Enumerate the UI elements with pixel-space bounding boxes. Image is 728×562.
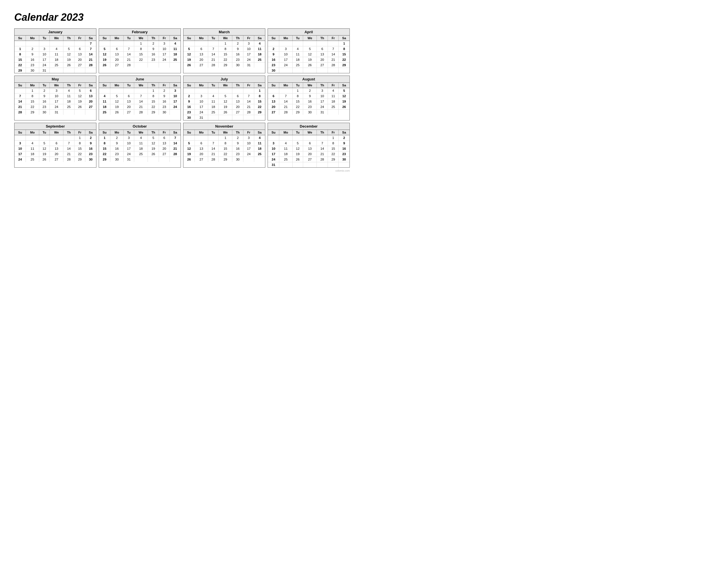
- day-cell: 23: [26, 63, 39, 68]
- month-table: SuMoTuWeThFrSa12345678910111213141516171…: [183, 36, 265, 68]
- table-row: 12131415161718: [183, 52, 265, 57]
- day-cell: 15: [219, 52, 232, 57]
- day-header-th: Th: [232, 130, 243, 135]
- day-header-tu: Tu: [123, 36, 134, 41]
- day-header-tu: Tu: [123, 130, 134, 135]
- day-cell: [254, 157, 265, 162]
- day-cell: 21: [279, 104, 292, 110]
- day-header-su: Su: [15, 83, 26, 88]
- day-cell: 12: [219, 99, 232, 104]
- day-cell: 2: [159, 88, 170, 94]
- day-cell: 6: [159, 135, 170, 141]
- day-cell: 8: [219, 46, 232, 52]
- day-cell: [268, 135, 279, 141]
- day-cell: 18: [292, 57, 303, 63]
- month-title: May: [15, 76, 96, 83]
- day-cell: 10: [123, 141, 134, 146]
- table-row: 18192021222324: [99, 104, 181, 110]
- day-cell: [110, 88, 123, 94]
- day-cell: [339, 68, 349, 73]
- day-cell: 4: [254, 135, 265, 141]
- month-august: AugustSuMoTuWeThFrSa12345678910111213141…: [268, 76, 350, 121]
- month-title: September: [15, 123, 96, 130]
- day-header-th: Th: [63, 36, 75, 41]
- day-cell: 12: [292, 146, 303, 152]
- day-cell: [15, 41, 26, 46]
- table-row: 1234: [99, 41, 181, 46]
- day-cell: 30: [159, 110, 170, 115]
- day-cell: 30: [26, 68, 39, 73]
- day-cell: 5: [219, 94, 232, 99]
- day-cell: 3: [243, 41, 254, 46]
- table-row: 262728: [99, 63, 181, 68]
- day-cell: 9: [110, 141, 123, 146]
- day-cell: 25: [292, 63, 303, 68]
- day-cell: 13: [303, 146, 317, 152]
- day-cell: [254, 63, 265, 68]
- day-cell: 3: [15, 141, 26, 146]
- day-cell: 9: [183, 99, 195, 104]
- day-cell: [63, 110, 75, 115]
- day-cell: 18: [134, 146, 148, 152]
- day-header-fr: Fr: [159, 36, 170, 41]
- day-cell: 5: [99, 46, 110, 52]
- day-cell: 31: [50, 110, 63, 115]
- day-cell: 29: [292, 110, 303, 115]
- day-header-tu: Tu: [292, 36, 303, 41]
- day-cell: 12: [183, 146, 195, 152]
- day-cell: 19: [63, 57, 75, 63]
- day-cell: 28: [243, 110, 254, 115]
- day-cell: [123, 88, 134, 94]
- day-header-fr: Fr: [328, 83, 339, 88]
- day-cell: 4: [328, 88, 339, 94]
- day-cell: 20: [195, 152, 208, 157]
- day-cell: 28: [134, 110, 148, 115]
- day-cell: 14: [328, 52, 339, 57]
- day-cell: 30: [303, 110, 317, 115]
- month-title: December: [268, 123, 349, 130]
- day-cell: 12: [183, 52, 195, 57]
- table-row: 567891011: [99, 46, 181, 52]
- month-march: MarchSuMoTuWeThFrSa123456789101112131415…: [183, 28, 265, 73]
- day-cell: 2: [39, 88, 50, 94]
- month-january: JanuarySuMoTuWeThFrSa7123456789101112131…: [14, 28, 96, 73]
- day-cell: 25: [50, 63, 63, 68]
- day-cell: [99, 41, 110, 46]
- day-cell: 31: [39, 68, 50, 73]
- day-cell: 7: [279, 94, 292, 99]
- day-cell: 16: [232, 146, 243, 152]
- day-cell: 4: [26, 141, 39, 146]
- day-header-sa: Sa: [170, 83, 181, 88]
- day-cell: 8: [75, 141, 85, 146]
- day-cell: 17: [279, 57, 292, 63]
- day-cell: 10: [15, 146, 26, 152]
- day-header-sa: Sa: [170, 36, 181, 41]
- day-cell: 29: [254, 110, 265, 115]
- day-cell: 8: [99, 141, 110, 146]
- day-cell: 4: [170, 41, 181, 46]
- day-header-th: Th: [232, 83, 243, 88]
- day-cell: 24: [50, 104, 63, 110]
- table-row: 891011121314: [99, 141, 181, 146]
- month-may: MaySuMoTuWeThFrSa12345678910111213141516…: [14, 76, 96, 121]
- day-cell: 22: [99, 152, 110, 157]
- day-header-th: Th: [317, 36, 328, 41]
- month-table: SuMoTuWeThFrSa12345678910111213141516171…: [99, 130, 181, 162]
- day-cell: [328, 110, 339, 115]
- day-cell: 13: [195, 52, 208, 57]
- day-cell: 21: [328, 57, 339, 63]
- day-cell: 26: [39, 157, 50, 162]
- day-header-su: Su: [183, 83, 195, 88]
- day-cell: 19: [219, 104, 232, 110]
- day-cell: 4: [99, 94, 110, 99]
- table-row: 16171819202122: [183, 104, 265, 110]
- month-title: April: [268, 29, 349, 36]
- day-cell: 5: [183, 141, 195, 146]
- day-cell: 28: [123, 63, 134, 68]
- day-cell: 12: [110, 99, 123, 104]
- day-cell: 24: [170, 104, 181, 110]
- day-cell: 24: [15, 157, 26, 162]
- table-row: 24252627282930: [15, 157, 96, 162]
- day-cell: [303, 68, 317, 73]
- day-header-fr: Fr: [243, 83, 254, 88]
